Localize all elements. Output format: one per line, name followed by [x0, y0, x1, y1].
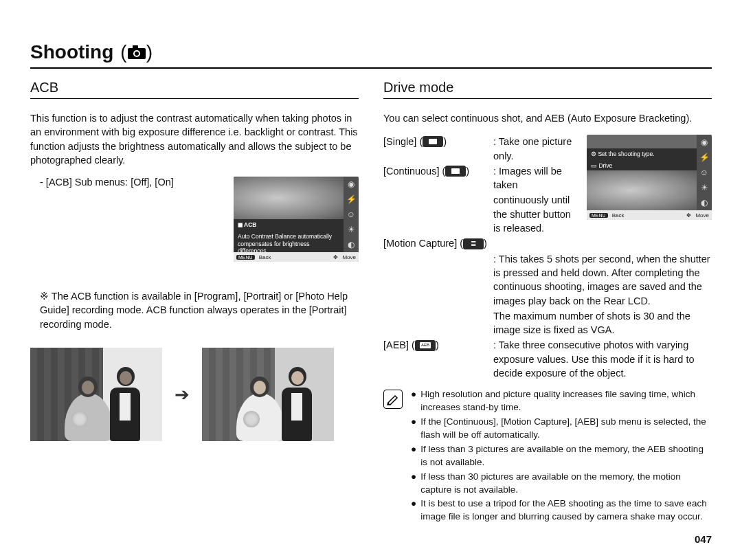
acb-note: ※ The ACB function is available in [Prog… — [40, 289, 359, 331]
drive-notes: ●High resolution and picture quality inc… — [383, 388, 712, 525]
flash-icon: ⚡ — [697, 150, 712, 165]
stack-icon: ▭ — [591, 162, 597, 169]
dpad-icon: ✥ — [333, 254, 338, 260]
mode-motion: [Motion Capture] () — [383, 236, 712, 250]
continuous-icon — [445, 166, 466, 177]
lcd-cube-icon: ◼ — [238, 221, 243, 228]
ev-icon: ☀ — [344, 222, 359, 237]
aeb-icon — [415, 340, 436, 351]
camera-icon: ◉ — [344, 177, 359, 192]
acb-lcd-title: ACB — [244, 221, 256, 228]
note-item: ●If less than 3 pictures are available o… — [411, 443, 712, 469]
acb-submenus: - [ACB] Sub menus: [Off], [On] — [40, 177, 234, 188]
aperture-icon: ◐ — [697, 195, 712, 210]
svg-rect-1 — [133, 45, 138, 49]
photo-before — [30, 348, 162, 441]
move-label: Move — [695, 212, 709, 219]
drive-heading: Drive mode — [383, 80, 712, 99]
drive-intro: You can select continuous shot, and AEB … — [383, 111, 712, 125]
back-label: Back — [259, 254, 271, 260]
camera-icon — [127, 45, 146, 60]
acb-heading: ACB — [30, 80, 359, 99]
motion-capture-icon — [463, 238, 484, 249]
drive-mode-column: Drive mode You can select continuous sho… — [383, 80, 712, 525]
acb-lcd-preview: ◉ ⚡ ☺ ☀ ◐ ◼ ACB Auto Contrast Balance au… — [234, 177, 359, 262]
single-shot-icon — [423, 136, 443, 147]
photo-after — [202, 348, 334, 441]
mode-single: [Single] () : Take one picture only. — [383, 135, 580, 163]
section-shooting-title: Shooting ( ) — [30, 41, 712, 69]
svg-point-3 — [135, 52, 139, 56]
back-label: Back — [612, 212, 625, 219]
move-label: Move — [342, 254, 356, 260]
dpad-icon: ✥ — [686, 212, 691, 219]
page-number: 047 — [695, 533, 712, 545]
person-icon: ☺ — [697, 165, 712, 180]
note-item: ●It is best to use a tripod for the AEB … — [411, 497, 712, 524]
arrow-right-icon: ➔ — [175, 384, 190, 405]
acb-example-photos: ➔ — [30, 348, 359, 441]
note-item: ●High resolution and picture quality inc… — [411, 388, 712, 414]
aperture-icon: ◐ — [344, 237, 359, 252]
camera-icon: ◉ — [697, 135, 712, 150]
section-title-text: Shooting — [30, 41, 113, 63]
acb-column: ACB This function is to adjust the contr… — [30, 80, 359, 525]
drive-lcd-desc: Drive — [598, 162, 612, 169]
mode-continuous: [Continuous] () : Images will be taken — [383, 164, 580, 192]
camera-icon-paren: ( ) — [120, 41, 153, 63]
note-item: ●If less than 30 pictures are available … — [411, 471, 712, 497]
mode-aeb: [AEB] () : Take three consecutive photos… — [383, 338, 712, 380]
menu-tag: MENU — [236, 255, 255, 260]
acb-intro: This function is to adjust the contrast … — [30, 111, 359, 167]
flash-icon: ⚡ — [344, 192, 359, 207]
gear-icon: ⚙ — [591, 150, 596, 157]
menu-tag: MENU — [589, 213, 608, 218]
note-item: ●If the [Continuous], [Motion Capture], … — [411, 416, 712, 442]
drive-lcd-title: Set the shooting type. — [598, 150, 654, 157]
note-icon — [383, 390, 403, 409]
person-icon: ☺ — [344, 207, 359, 222]
drive-lcd-preview: ⚙ Set the shooting type. ▭ Drive ◉ ⚡ ☺ ☀… — [587, 135, 712, 220]
ev-icon: ☀ — [697, 180, 712, 195]
